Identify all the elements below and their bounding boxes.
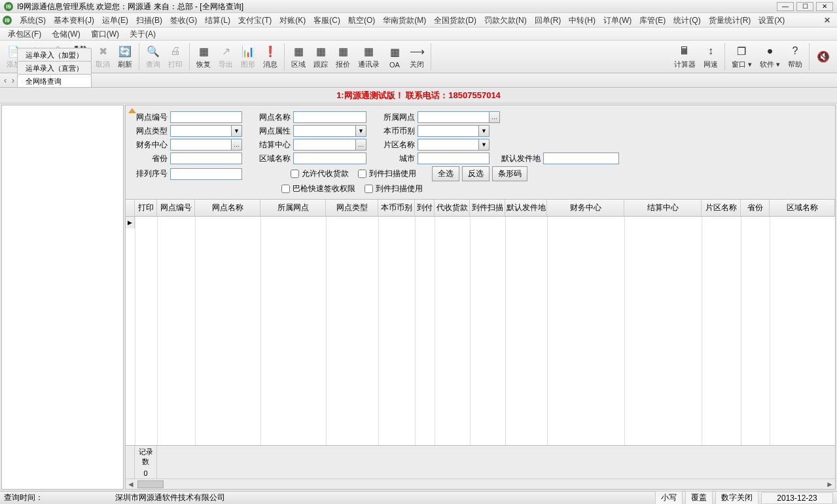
menu-item-10[interactable]: 华南货款(M) xyxy=(379,16,430,25)
col-区域名称[interactable]: 区域名称 xyxy=(770,200,835,216)
tab-2[interactable]: 全网络查询 xyxy=(17,74,92,87)
input-cwzx[interactable] xyxy=(170,139,232,151)
menu-item-1[interactable]: 基本资料(J) xyxy=(50,16,98,25)
col-省份[interactable]: 省份 xyxy=(741,200,770,216)
col-结算中心[interactable]: 结算中心 xyxy=(624,200,702,216)
menu-item-18[interactable]: 货量统计(R) xyxy=(705,16,755,25)
menu2-item-0[interactable]: 承包区(F) xyxy=(3,29,46,39)
menu-item-3[interactable]: 扫描(B) xyxy=(132,16,166,25)
tool-软件[interactable]: ●软件 ▾ xyxy=(756,41,784,73)
lookup-cwzx[interactable]: … xyxy=(232,139,242,151)
data-grid[interactable]: 打印网点编号网点名称所属网点网点类型本币币别到付代收货款到件扫描默认发件地财务中… xyxy=(125,200,836,490)
col-财务中心[interactable]: 财务中心 xyxy=(547,200,624,216)
input-wdmc[interactable] xyxy=(293,111,366,123)
input-sf[interactable] xyxy=(170,153,242,164)
btn-barcode[interactable]: 条形码 xyxy=(492,166,527,181)
lookup-sswd[interactable]: … xyxy=(490,111,500,123)
menu-item-8[interactable]: 客服(C) xyxy=(310,16,344,25)
menu-item-12[interactable]: 罚款欠款(N) xyxy=(480,16,531,25)
menu-item-5[interactable]: 结算(L) xyxy=(201,16,234,25)
input-sswd[interactable] xyxy=(418,111,490,123)
scroll-thumb[interactable] xyxy=(137,480,164,488)
dd-bbbb[interactable]: ▼ xyxy=(479,125,490,137)
menu-item-15[interactable]: 订单(W) xyxy=(599,16,635,25)
menu-item-14[interactable]: 中转(H) xyxy=(565,16,599,25)
menu-item-6[interactable]: 支付宝(T) xyxy=(234,16,276,25)
menu2-item-1[interactable]: 仓储(W) xyxy=(46,29,85,39)
col-到件扫描[interactable]: 到件扫描 xyxy=(470,200,505,216)
btn-invert[interactable]: 反选 xyxy=(462,166,490,181)
input-wdbh[interactable] xyxy=(170,111,242,123)
input-mrfjd[interactable] xyxy=(543,153,619,164)
tab-1[interactable]: 运单录入（直营） xyxy=(17,61,92,74)
tool-消息[interactable]: ❗消息 xyxy=(259,41,281,73)
menu-item-11[interactable]: 全国货款(D) xyxy=(430,16,480,25)
tool-恢复[interactable]: ▦恢复 xyxy=(192,41,215,73)
col-网点名称[interactable]: 网点名称 xyxy=(195,200,260,216)
sidebar-tree[interactable] xyxy=(1,105,124,490)
lookup-jszx[interactable]: … xyxy=(356,139,366,151)
tool-帮助[interactable]: ?帮助 xyxy=(784,41,806,73)
input-bbbb[interactable] xyxy=(418,125,479,137)
menu-item-9[interactable]: 航空(O) xyxy=(344,16,379,25)
grid-body[interactable]: ▶ xyxy=(126,217,835,445)
chk-bqkssqx[interactable]: 巴枪快速签收权限 xyxy=(281,183,355,194)
chk-ysdshk[interactable]: 允许代收货款 xyxy=(291,168,349,179)
input-plxh[interactable] xyxy=(170,168,242,180)
menu-item-17[interactable]: 统计(Q) xyxy=(669,16,704,25)
dd-wdlx[interactable]: ▼ xyxy=(232,125,242,137)
col-代收货款[interactable]: 代收货款 xyxy=(435,200,470,216)
tool-窗口[interactable]: ❐窗口 ▾ xyxy=(728,41,756,73)
btn-select-all[interactable]: 全选 xyxy=(432,166,459,181)
input-pqmc[interactable] xyxy=(418,139,479,151)
col-网点类型[interactable]: 网点类型 xyxy=(326,200,378,216)
dd-wdsx[interactable]: ▼ xyxy=(356,125,366,137)
tab-nav-next[interactable]: › xyxy=(9,76,17,85)
col-默认发件地[interactable]: 默认发件地 xyxy=(505,200,547,216)
tab-0[interactable]: 运单录入（加盟） xyxy=(17,48,92,61)
menu-item-13[interactable]: 回单(R) xyxy=(531,16,565,25)
close-button[interactable]: ✕ xyxy=(816,2,833,11)
input-wdlx[interactable] xyxy=(170,125,232,137)
menu2-item-3[interactable]: 关于(A) xyxy=(124,29,161,39)
scroll-right-icon[interactable]: ► xyxy=(825,480,835,489)
input-cs[interactable] xyxy=(418,153,490,164)
tool-刷新[interactable]: 🔄刷新 xyxy=(114,41,136,73)
menu-item-7[interactable]: 对账(K) xyxy=(276,16,310,25)
horizontal-scrollbar[interactable]: ◄ ► xyxy=(126,478,835,489)
chk-djsmsy[interactable]: 到件扫描使用 xyxy=(358,168,416,179)
tool-跟踪[interactable]: ▦跟踪 xyxy=(310,41,332,73)
input-wdsx[interactable] xyxy=(293,125,356,137)
dd-pqmc[interactable]: ▼ xyxy=(479,139,490,151)
col-到付[interactable]: 到付 xyxy=(415,200,435,216)
tab-nav-prev[interactable]: ‹ xyxy=(1,76,9,85)
minimize-button[interactable]: — xyxy=(777,2,794,11)
col-片区名称[interactable]: 片区名称 xyxy=(702,200,741,216)
tool-关闭[interactable]: ⟶关闭 xyxy=(406,41,428,73)
input-qymc[interactable] xyxy=(293,153,366,164)
tool-区域[interactable]: ▦区域 xyxy=(287,41,310,73)
menu-item-19[interactable]: 设置(X) xyxy=(755,16,789,25)
chk-djsmsy2[interactable]: 到件扫描使用 xyxy=(365,183,423,194)
scroll-left-icon[interactable]: ◄ xyxy=(126,480,136,489)
mdi-close-button[interactable]: ✕ xyxy=(820,16,834,25)
tool-计算器[interactable]: 🖩计算器 xyxy=(670,41,700,73)
tool-网速[interactable]: ↕网速 xyxy=(700,41,722,73)
tool-报价[interactable]: ▦报价 xyxy=(332,41,354,73)
col-所属网点[interactable]: 所属网点 xyxy=(260,200,326,216)
col-打印[interactable]: 打印 xyxy=(135,200,157,216)
menu-item-2[interactable]: 运单(E) xyxy=(98,16,132,25)
collapse-icon[interactable] xyxy=(128,108,136,113)
menu-item-0[interactable]: 系统(S) xyxy=(16,16,50,25)
col-网点编号[interactable]: 网点编号 xyxy=(157,200,195,216)
tool-OA[interactable]: ▦OA xyxy=(383,41,406,73)
input-jszx[interactable] xyxy=(293,139,356,151)
col-selector[interactable] xyxy=(126,200,135,216)
menu-item-4[interactable]: 签收(G) xyxy=(166,16,201,25)
maximize-button[interactable]: ☐ xyxy=(796,2,813,11)
col-本币币别[interactable]: 本币币别 xyxy=(378,200,415,216)
menu-item-16[interactable]: 库管(E) xyxy=(635,16,669,25)
speaker-icon[interactable]: 🔇 xyxy=(812,41,834,73)
menu2-item-2[interactable]: 窗口(W) xyxy=(86,29,124,39)
tool-通讯录[interactable]: ▦通讯录 xyxy=(354,41,383,73)
